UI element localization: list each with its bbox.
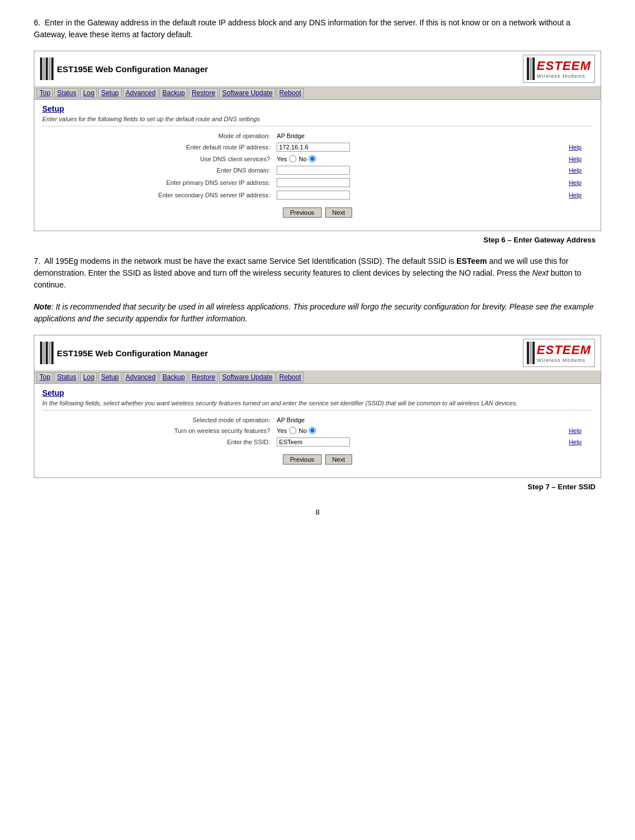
primary-dns-label: Enter primary DNS server IP address: [42,176,273,189]
step7-nav-software-update[interactable]: Software Update [219,372,275,382]
dns-yes-radio[interactable] [289,155,296,162]
dns-no-radio[interactable] [309,155,316,162]
step7-nav-advanced[interactable]: Advanced [123,372,158,382]
dns-client-help-cell: Help [438,153,593,164]
esteem-logo-box: ESTEEM Wireless Modems [523,55,595,83]
nav-advanced[interactable]: Advanced [123,88,158,98]
step7-security-label: Turn on wireless security features? [42,425,273,436]
secondary-dns-help-link[interactable]: Help [569,192,581,198]
step7-form-row-buttons: Previous Next [42,448,593,468]
dns-domain-input[interactable] [277,166,350,175]
page-number: 8 [34,508,601,516]
form-row-default-route: Enter default route IP address: Help [42,141,593,153]
nav-reboot[interactable]: Reboot [277,88,304,98]
step6-logo-sub: Wireless Modems [537,73,591,79]
step6-text: Enter in the Gateway address in the defa… [34,18,570,39]
step7-brand: ESTeem [456,257,487,266]
step7-text1: All 195Eg modems in the network must be … [45,257,456,266]
default-route-help-link[interactable]: Help [569,144,581,151]
step7-yes-radio[interactable] [289,427,296,434]
dns-client-value: Yes No [273,153,438,164]
step7-buttons-cell: Previous Next [42,448,593,468]
step6-previous-button[interactable]: Previous [283,207,322,218]
step7-num: 7. [34,257,41,266]
primary-dns-help-link[interactable]: Help [569,179,581,186]
step6-content: Setup Enter values for the following fie… [34,100,601,231]
default-route-input[interactable] [277,143,350,152]
secondary-dns-value[interactable] [273,189,438,201]
nav-log[interactable]: Log [80,88,97,98]
step7-header: EST195E Web Configuration Manager ESTEEM… [34,335,601,371]
step7-ssid-label: Enter the SSID: [42,436,273,448]
dns-client-help-link[interactable]: Help [569,156,581,162]
dns-domain-value[interactable] [273,164,438,176]
form-row-dns-domain: Enter DNS domain: Help [42,164,593,176]
step7-note: Note: It is recommended that security be… [34,301,601,325]
step7-nav-status[interactable]: Status [54,372,79,382]
step7-next-button[interactable]: Next [325,454,353,465]
step7-nav-top[interactable]: Top [37,372,53,382]
step7-nav-backup[interactable]: Backup [159,372,188,382]
step7-nav: Top Status Log Setup Advanced Backup Res… [34,371,601,384]
step7-logo-text: ESTEEM [537,343,591,357]
step7-form-row-mode: Selected mode of operation: AP Bridge [42,415,593,425]
step7-ssid-value[interactable] [273,436,438,448]
step7-previous-button[interactable]: Previous [283,454,322,465]
step6-next-button[interactable]: Next [325,207,353,218]
dns-domain-help-link[interactable]: Help [569,167,581,174]
step6-form: Mode of operation: AP Bridge Enter defau… [42,131,593,222]
dns-client-label: Use DNS client services? [42,153,273,164]
default-route-label: Enter default route IP address: [42,141,273,153]
step7-nav-reboot[interactable]: Reboot [277,372,304,382]
step6-screenshot: EST195E Web Configuration Manager ESTEEM… [34,51,601,231]
form-row-dns-client: Use DNS client services? Yes No Help [42,153,593,164]
step7-section-title: Setup [42,388,593,397]
left-barcode-icon [40,58,54,80]
step7-italic: Next [532,268,549,277]
step7-mode-help-empty [438,415,593,425]
step7-right-barcode-icon [527,342,535,364]
step7-ssid-help-cell: Help [438,436,593,448]
step7-security-help-cell: Help [438,425,593,436]
step7-security-help-link[interactable]: Help [569,427,581,434]
step6-logo-text: ESTEEM [537,59,591,73]
step7-mode-value: AP Bridge [273,415,438,425]
primary-dns-value[interactable] [273,176,438,189]
step7-intro: 7. All 195Eg modems in the network must … [34,255,601,291]
nav-backup[interactable]: Backup [159,88,188,98]
step7-esteem-logo-box: ESTEEM Wireless Modems [523,339,595,367]
step7-content: Setup In the following fields, select wh… [34,384,601,478]
step7-no-radio[interactable] [309,427,316,434]
nav-setup[interactable]: Setup [98,88,121,98]
default-route-value[interactable] [273,141,438,153]
step7-ssid-help-link[interactable]: Help [569,439,581,445]
step7-mode-label: Selected mode of operation: [42,415,273,425]
nav-restore[interactable]: Restore [189,88,218,98]
nav-top[interactable]: Top [37,88,53,98]
step7-nav-setup[interactable]: Setup [98,372,121,382]
step7-nav-restore[interactable]: Restore [189,372,218,382]
nav-software-update[interactable]: Software Update [219,88,275,98]
step6-section-desc: Enter values for the following fields to… [42,116,593,126]
step7-form: Selected mode of operation: AP Bridge Tu… [42,415,593,468]
form-row-mode: Mode of operation: AP Bridge [42,131,593,141]
nav-status[interactable]: Status [54,88,79,98]
secondary-dns-label: Enter secondary DNS server IP address: [42,189,273,201]
mode-label: Mode of operation: [42,131,273,141]
step7-header-title: EST195E Web Configuration Manager [57,348,208,358]
step7-logo-sub: Wireless Modems [537,357,591,363]
dns-domain-help-cell: Help [438,164,593,176]
primary-dns-input[interactable] [277,178,350,187]
step7-nav-log[interactable]: Log [80,372,97,382]
step6-intro: 6. Enter in the Gateway address in the d… [34,17,601,41]
form-row-buttons: Previous Next [42,201,593,222]
step7-yes-label: Yes [277,427,287,434]
step7-ssid-input[interactable] [277,437,350,446]
default-route-help-cell: Help [438,141,593,153]
secondary-dns-input[interactable] [277,191,350,200]
buttons-cell: Previous Next [42,201,593,222]
dns-yes-label: Yes [277,156,287,162]
step6-header: EST195E Web Configuration Manager ESTEEM… [34,51,601,87]
step7-left-barcode-icon [40,342,54,364]
mode-help-empty [438,131,593,141]
